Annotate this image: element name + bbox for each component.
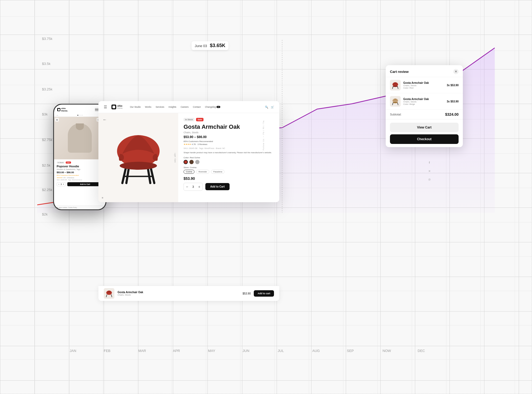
cart-close-button[interactable]: ✕: [453, 69, 459, 74]
cart-item-1-thumbnail: [390, 80, 401, 90]
product-title: Gosta Armchair Oak: [184, 123, 274, 130]
svg-line-13: [392, 86, 393, 89]
svg-line-11: [111, 295, 112, 297]
product-qty-add: − 3 + Add to Cart: [184, 183, 274, 191]
cart-header: Cart review ✕: [386, 65, 463, 77]
phone-header: ohio theme.: [54, 105, 106, 114]
cart-subtotal: Subtotal: $324.00: [386, 110, 463, 119]
sticky-product-name: Gosta Armchair Oak: [118, 291, 239, 294]
theme-toggle[interactable]: Light · Dark: [174, 153, 176, 163]
tooltip-value: $3.65K: [210, 43, 225, 48]
y-axis-label-8: $2k: [42, 212, 48, 216]
phone-instock-badge: In Stock: [57, 161, 65, 164]
y-axis-label-3: $3.25k: [42, 87, 52, 91]
color-swatch-red[interactable]: [184, 160, 188, 164]
phone-review-count: 3 Reviews: [67, 177, 74, 179]
sticky-product-bar: Gosta Armchair Oak Chairs, Stools $53.90…: [98, 286, 279, 301]
store-chip-riverside[interactable]: Riverside: [196, 170, 209, 174]
product-image-area: ← ⊕ Light · Dark: [98, 113, 178, 202]
x-axis-label-jul: JUL: [278, 349, 284, 353]
store-chip-covina[interactable]: Covina: [184, 170, 194, 174]
search-icon[interactable]: 🔍: [265, 106, 268, 109]
phone-add-to-cart-button[interactable]: Add to Cart: [67, 182, 103, 186]
x-axis-label-jan: JAN: [70, 349, 76, 353]
changelog-badge: 03: [217, 106, 221, 108]
phone-qty-control[interactable]: − 3 +: [57, 182, 66, 186]
store-chip-pasadena[interactable]: Pasadena: [211, 170, 225, 174]
color-swatch-grey[interactable]: [195, 160, 200, 164]
instock-badge: In Stock: [184, 118, 194, 121]
nav-menu-icon[interactable]: ☰: [104, 105, 107, 109]
nav-logo-sub: theme.: [117, 107, 123, 109]
x-axis-label-now: NOW: [383, 349, 391, 353]
x-axis-label-sep: SEP: [347, 349, 354, 353]
product-category: Chairs, Stools: [184, 131, 274, 134]
phone-stars: 85% Customers Reccomended: [57, 175, 79, 176]
cart-item-2-thumbnail: [390, 96, 401, 107]
phone-cookie-text: We store cookies. Cookie Policy: [56, 207, 77, 208]
cart-title: Cart review: [390, 70, 409, 74]
qty-control[interactable]: − 3 +: [184, 183, 203, 191]
phone-cookie-dismiss[interactable]: ✕: [102, 207, 103, 208]
sticky-chair-thumbnail: [104, 288, 114, 299]
product-price-range: $53.90 – $86.00: [184, 135, 274, 139]
product-body: ← ⊕ Light · Dark: [98, 113, 279, 202]
cart-icon[interactable]: 🛒: [271, 106, 274, 109]
nav-item-contact[interactable]: Contact: [193, 106, 201, 108]
cart-item-2: Gosta Armchair Oak Chairs, Stools Color:…: [386, 93, 463, 110]
rating-value: 4.76 ·: [192, 143, 197, 146]
phone-sale-badge: Sale: [66, 161, 71, 164]
phone-product-info: In Stock Sale Popover Hoodie Hoodies & S…: [54, 159, 106, 188]
x-axis-label-mar: MAR: [138, 349, 146, 353]
y-axis-label-5: $2.75k: [42, 138, 52, 142]
svg-point-8: [120, 162, 157, 170]
nav-logo-text: ohio: [117, 105, 123, 107]
nav-item-studio[interactable]: Our Studio: [130, 106, 141, 108]
cart-item-1-color: Color: Red: [403, 87, 444, 89]
add-to-cart-button[interactable]: Add to Cart: [205, 183, 229, 190]
sticky-add-to-cart-button[interactable]: Add to cart: [254, 290, 274, 297]
cart-item-1-category: Chairs, Stools: [403, 84, 444, 87]
nav-item-careers[interactable]: Careers: [181, 106, 189, 108]
svg-line-10: [106, 295, 107, 297]
y-axis-label-7: $2.25k: [42, 188, 52, 192]
qty-decrease-button[interactable]: −: [184, 183, 190, 190]
twitter-icon[interactable]: ✕: [426, 168, 432, 174]
zoom-icon[interactable]: ⊕: [102, 197, 103, 199]
svg-line-18: [397, 102, 398, 105]
cart-item-2-info: Gosta Armchair Oak Chairs, Stools Color:…: [403, 98, 444, 105]
nav-logo: ohio theme.: [111, 105, 123, 109]
cart-item-2-price: 3x $53.90: [447, 100, 459, 103]
product-recommend: 85% Customers Reccomended: [184, 140, 274, 143]
cart-item-2-name: Gosta Armchair Oak: [403, 98, 444, 101]
phone-qty-value: 3: [61, 183, 62, 185]
qty-value: 3: [190, 185, 196, 188]
pinterest-icon[interactable]: ℗: [426, 177, 432, 183]
x-axis-label-feb: FEB: [104, 349, 110, 353]
product-nav: ☰ ohio theme. Our Studio Works Services …: [98, 101, 279, 113]
nav-item-services[interactable]: Services: [156, 106, 164, 108]
phone-logo: ohio: [61, 107, 68, 110]
phone-product-price: $53.00 – $86.00: [57, 171, 103, 174]
tooltip-date: June 03: [195, 44, 207, 48]
checkout-button[interactable]: Checkout: [390, 134, 459, 144]
color-swatch-brown[interactable]: [189, 160, 194, 164]
x-axis-label-may: MAY: [208, 349, 215, 353]
view-cart-button[interactable]: View Cart: [390, 123, 459, 132]
follow-us-text: Follow Us → Fb / Rt / Tw.: [262, 120, 265, 150]
cart-item-1-price: 3x $53.90: [447, 84, 459, 87]
nav-item-changelog[interactable]: Changelog 03: [205, 106, 220, 108]
phone-rating-value: 4.70 ·: [63, 177, 67, 179]
back-button[interactable]: ←: [103, 117, 107, 122]
qty-increase-button[interactable]: +: [196, 183, 202, 190]
product-description: Shape handle product may have a manufact…: [184, 151, 274, 154]
cart-item-2-color: Color: Beige: [403, 103, 444, 105]
phone-product-name: Popover Hoodie: [57, 165, 103, 168]
nav-item-works[interactable]: Works: [145, 106, 151, 108]
facebook-icon[interactable]: f: [426, 160, 432, 165]
nav-item-insights[interactable]: Insights: [169, 106, 176, 108]
x-axis-label-apr: APR: [173, 349, 180, 353]
color-swatches: [184, 160, 274, 164]
y-axis-label-4: $3k: [42, 112, 48, 116]
svg-line-14: [397, 86, 398, 89]
